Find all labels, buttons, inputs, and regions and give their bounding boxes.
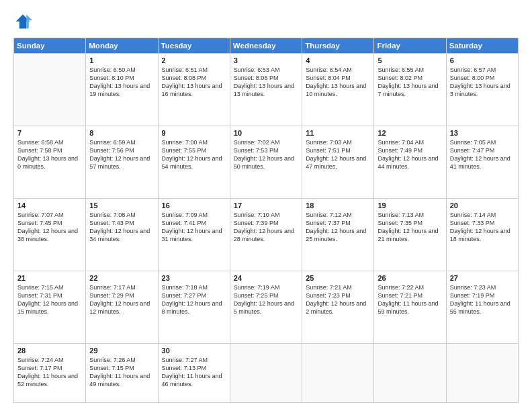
weekday-header-monday: Monday xyxy=(86,38,158,54)
day-info: Sunrise: 7:10 AM Sunset: 7:39 PM Dayligh… xyxy=(234,211,298,244)
week-row-3: 14Sunrise: 7:07 AM Sunset: 7:45 PM Dayli… xyxy=(14,198,519,271)
day-number: 15 xyxy=(89,201,154,210)
calendar-cell-4-6: 26Sunrise: 7:22 AM Sunset: 7:21 PM Dayli… xyxy=(374,271,446,343)
calendar-table: SundayMondayTuesdayWednesdayThursdayFrid… xyxy=(13,38,519,403)
day-info: Sunrise: 7:14 AM Sunset: 7:33 PM Dayligh… xyxy=(450,211,515,244)
calendar-cell-4-2: 22Sunrise: 7:17 AM Sunset: 7:29 PM Dayli… xyxy=(86,271,158,343)
day-number: 12 xyxy=(378,129,442,137)
calendar-cell-3-6: 19Sunrise: 7:13 AM Sunset: 7:35 PM Dayli… xyxy=(374,198,446,271)
calendar-cell-2-7: 13Sunrise: 7:05 AM Sunset: 7:47 PM Dayli… xyxy=(446,126,518,198)
day-number: 8 xyxy=(89,129,154,137)
day-number: 21 xyxy=(17,274,82,282)
calendar-cell-1-3: 2Sunrise: 6:51 AM Sunset: 8:08 PM Daylig… xyxy=(158,54,230,126)
weekday-header-sunday: Sunday xyxy=(14,38,86,54)
week-row-2: 7Sunrise: 6:58 AM Sunset: 7:58 PM Daylig… xyxy=(14,126,519,198)
calendar-cell-5-3: 30Sunrise: 7:27 AM Sunset: 7:13 PM Dayli… xyxy=(158,343,230,402)
day-info: Sunrise: 7:02 AM Sunset: 7:53 PM Dayligh… xyxy=(234,138,298,171)
day-number: 24 xyxy=(234,274,298,282)
day-info: Sunrise: 7:27 AM Sunset: 7:13 PM Dayligh… xyxy=(162,356,226,389)
calendar-cell-2-1: 7Sunrise: 6:58 AM Sunset: 7:58 PM Daylig… xyxy=(14,126,86,198)
calendar-cell-4-1: 21Sunrise: 7:15 AM Sunset: 7:31 PM Dayli… xyxy=(14,271,86,343)
day-number: 10 xyxy=(234,129,298,137)
day-info: Sunrise: 6:55 AM Sunset: 8:02 PM Dayligh… xyxy=(378,66,442,99)
day-info: Sunrise: 6:50 AM Sunset: 8:10 PM Dayligh… xyxy=(89,66,154,99)
calendar-cell-2-4: 10Sunrise: 7:02 AM Sunset: 7:53 PM Dayli… xyxy=(230,126,302,198)
week-row-1: 1Sunrise: 6:50 AM Sunset: 8:10 PM Daylig… xyxy=(14,54,519,126)
calendar-cell-3-3: 16Sunrise: 7:09 AM Sunset: 7:41 PM Dayli… xyxy=(158,198,230,271)
day-info: Sunrise: 7:00 AM Sunset: 7:55 PM Dayligh… xyxy=(162,138,226,171)
day-number: 25 xyxy=(306,274,370,282)
calendar-cell-3-7: 20Sunrise: 7:14 AM Sunset: 7:33 PM Dayli… xyxy=(446,198,518,271)
day-info: Sunrise: 7:18 AM Sunset: 7:27 PM Dayligh… xyxy=(162,283,226,316)
day-info: Sunrise: 6:58 AM Sunset: 7:58 PM Dayligh… xyxy=(17,138,82,171)
calendar-cell-3-5: 18Sunrise: 7:12 AM Sunset: 7:37 PM Dayli… xyxy=(302,198,374,271)
day-info: Sunrise: 7:19 AM Sunset: 7:25 PM Dayligh… xyxy=(234,283,298,316)
weekday-header-friday: Friday xyxy=(374,38,446,54)
calendar-cell-1-6: 5Sunrise: 6:55 AM Sunset: 8:02 PM Daylig… xyxy=(374,54,446,126)
weekday-header-row: SundayMondayTuesdayWednesdayThursdayFrid… xyxy=(14,38,519,54)
day-info: Sunrise: 6:59 AM Sunset: 7:56 PM Dayligh… xyxy=(89,138,154,171)
calendar-cell-5-2: 29Sunrise: 7:26 AM Sunset: 7:15 PM Dayli… xyxy=(86,343,158,402)
day-info: Sunrise: 7:21 AM Sunset: 7:23 PM Dayligh… xyxy=(306,283,370,316)
day-number: 9 xyxy=(162,129,226,137)
calendar-cell-4-3: 23Sunrise: 7:18 AM Sunset: 7:27 PM Dayli… xyxy=(158,271,230,343)
day-info: Sunrise: 7:05 AM Sunset: 7:47 PM Dayligh… xyxy=(450,138,515,171)
weekday-header-saturday: Saturday xyxy=(446,38,518,54)
day-number: 13 xyxy=(450,129,515,137)
calendar-cell-5-5 xyxy=(302,343,374,402)
calendar-cell-2-6: 12Sunrise: 7:04 AM Sunset: 7:49 PM Dayli… xyxy=(374,126,446,198)
day-number: 29 xyxy=(89,347,154,355)
day-number: 28 xyxy=(17,347,82,355)
day-info: Sunrise: 7:24 AM Sunset: 7:17 PM Dayligh… xyxy=(17,356,82,389)
day-number: 27 xyxy=(450,274,515,282)
calendar-cell-2-2: 8Sunrise: 6:59 AM Sunset: 7:56 PM Daylig… xyxy=(86,126,158,198)
week-row-4: 21Sunrise: 7:15 AM Sunset: 7:31 PM Dayli… xyxy=(14,271,519,343)
calendar-cell-4-4: 24Sunrise: 7:19 AM Sunset: 7:25 PM Dayli… xyxy=(230,271,302,343)
day-info: Sunrise: 6:51 AM Sunset: 8:08 PM Dayligh… xyxy=(162,66,226,99)
calendar-cell-1-4: 3Sunrise: 6:53 AM Sunset: 8:06 PM Daylig… xyxy=(230,54,302,126)
day-info: Sunrise: 7:08 AM Sunset: 7:43 PM Dayligh… xyxy=(89,211,154,244)
day-number: 22 xyxy=(89,274,154,282)
calendar-cell-3-1: 14Sunrise: 7:07 AM Sunset: 7:45 PM Dayli… xyxy=(14,198,86,271)
day-info: Sunrise: 7:26 AM Sunset: 7:15 PM Dayligh… xyxy=(89,356,154,389)
calendar-cell-3-4: 17Sunrise: 7:10 AM Sunset: 7:39 PM Dayli… xyxy=(230,198,302,271)
day-info: Sunrise: 7:15 AM Sunset: 7:31 PM Dayligh… xyxy=(17,283,82,316)
header xyxy=(13,12,519,31)
day-info: Sunrise: 7:04 AM Sunset: 7:49 PM Dayligh… xyxy=(378,138,442,171)
page: SundayMondayTuesdayWednesdayThursdayFrid… xyxy=(0,0,532,411)
day-number: 2 xyxy=(162,56,226,64)
calendar-cell-5-7 xyxy=(446,343,518,402)
day-info: Sunrise: 7:12 AM Sunset: 7:37 PM Dayligh… xyxy=(306,211,370,244)
day-info: Sunrise: 6:53 AM Sunset: 8:06 PM Dayligh… xyxy=(234,66,298,99)
day-info: Sunrise: 7:23 AM Sunset: 7:19 PM Dayligh… xyxy=(450,283,515,316)
calendar-cell-4-7: 27Sunrise: 7:23 AM Sunset: 7:19 PM Dayli… xyxy=(446,271,518,343)
day-number: 7 xyxy=(17,129,82,137)
calendar-cell-5-4 xyxy=(230,343,302,402)
weekday-header-tuesday: Tuesday xyxy=(158,38,230,54)
day-info: Sunrise: 7:17 AM Sunset: 7:29 PM Dayligh… xyxy=(89,283,154,316)
day-number: 20 xyxy=(450,201,515,210)
day-number: 5 xyxy=(378,56,442,64)
calendar-cell-2-3: 9Sunrise: 7:00 AM Sunset: 7:55 PM Daylig… xyxy=(158,126,230,198)
calendar-cell-4-5: 25Sunrise: 7:21 AM Sunset: 7:23 PM Dayli… xyxy=(302,271,374,343)
day-number: 11 xyxy=(306,129,370,137)
day-info: Sunrise: 7:07 AM Sunset: 7:45 PM Dayligh… xyxy=(17,211,82,244)
day-info: Sunrise: 6:57 AM Sunset: 8:00 PM Dayligh… xyxy=(450,66,515,99)
day-number: 1 xyxy=(89,56,154,64)
week-row-5: 28Sunrise: 7:24 AM Sunset: 7:17 PM Dayli… xyxy=(14,343,519,402)
day-number: 26 xyxy=(378,274,442,282)
day-number: 4 xyxy=(306,56,370,64)
day-number: 16 xyxy=(162,201,226,210)
calendar-cell-5-6 xyxy=(374,343,446,402)
day-number: 30 xyxy=(162,347,226,355)
day-number: 19 xyxy=(378,201,442,210)
day-number: 18 xyxy=(306,201,370,210)
logo-icon xyxy=(13,12,32,31)
day-number: 3 xyxy=(234,56,298,64)
logo xyxy=(13,12,35,31)
day-info: Sunrise: 7:03 AM Sunset: 7:51 PM Dayligh… xyxy=(306,138,370,171)
day-number: 23 xyxy=(162,274,226,282)
weekday-header-wednesday: Wednesday xyxy=(230,38,302,54)
day-number: 6 xyxy=(450,56,515,64)
calendar-cell-2-5: 11Sunrise: 7:03 AM Sunset: 7:51 PM Dayli… xyxy=(302,126,374,198)
